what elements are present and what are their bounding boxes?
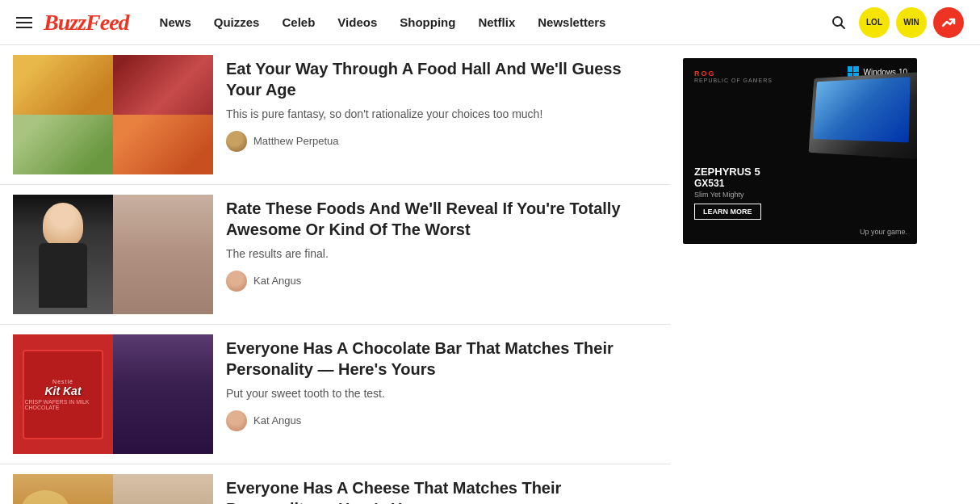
nav-item-celeb[interactable]: Celeb [270,15,326,29]
article-title-food-hall[interactable]: Eat Your Way Through A Food Hall And We'… [226,58,644,100]
kitkat-nestle-text: Nestlé [52,379,73,384]
ad-attribution: Up your game. [860,228,907,236]
nav-item-shopping[interactable]: Shopping [388,15,467,29]
learn-more-button[interactable]: LEARN MORE [694,204,761,220]
trending-badge[interactable] [933,7,964,38]
author-name-rate-foods[interactable]: Kat Angus [253,275,301,287]
author-name-food-hall[interactable]: Matthew Perpetua [253,135,339,147]
rog-full-name: REPUBLIC OF GAMERS [694,78,773,83]
content-area: Eat Your Way Through A Food Hall And We'… [0,45,670,504]
hamburger-menu[interactable] [16,17,32,28]
model-tagline: Slim Yet Mighty [694,191,760,199]
model-number: GX531 [694,178,760,189]
advertisement[interactable]: Windows 10 ROG REPUBLIC OF GAMERS ZEPHYR… [683,58,917,244]
article-card-cheese[interactable]: Everyone Has A Cheese That Matches Their… [0,464,670,504]
laptop-screen [813,77,911,142]
rate-image-left [13,195,113,314]
food-image-3 [13,115,113,174]
article-content-chocolate: Everyone Has A Chocolate Bar That Matche… [213,334,657,454]
author-avatar-matthew [226,131,247,152]
header-right: LOL WIN [825,7,964,38]
kitkat-wafer-text: CRISP WAFERS IN MILK CHOCOLATE [24,399,101,410]
lol-badge[interactable]: LOL [859,7,890,38]
kitkat-logo-text: Kit Kat [44,384,81,397]
cheese-blob-1 [21,490,69,504]
main-nav: News Quizzes Celeb Videos Shopping Netfl… [149,15,618,29]
nav-item-news[interactable]: News [149,15,203,29]
laptop-graphic [804,74,917,179]
rog-logo-text: ROG [694,69,773,78]
article-desc-chocolate: Put your sweet tooth to the test. [226,386,644,402]
food-image-2 [113,55,213,115]
author-name-chocolate[interactable]: Kat Angus [253,414,301,426]
article-image-rate-foods [13,195,213,314]
win-badge[interactable]: WIN [896,7,927,38]
author-row-rate-foods: Kat Angus [226,271,644,292]
article-content-rate-foods: Rate These Foods And We'll Reveal If You… [213,195,657,314]
kitkat-person-image [113,334,213,454]
svg-line-1 [841,24,845,28]
article-content-food-hall: Eat Your Way Through A Food Hall And We'… [213,55,657,174]
cheese-image-left [13,474,113,504]
article-card-food-hall[interactable]: Eat Your Way Through A Food Hall And We'… [0,45,670,185]
sidebar: Windows 10 ROG REPUBLIC OF GAMERS ZEPHYR… [670,45,980,504]
article-image-chocolate: Nestlé Kit Kat CRISP WAFERS IN MILK CHOC… [13,334,213,454]
nav-item-videos[interactable]: Videos [326,15,388,29]
rate-image-right [113,195,213,314]
article-content-cheese: Everyone Has A Cheese That Matches Their… [213,474,657,504]
nav-item-netflix[interactable]: Netflix [467,15,526,29]
article-image-cheese [13,474,213,504]
article-card-chocolate[interactable]: Nestlé Kit Kat CRISP WAFERS IN MILK CHOC… [0,325,670,464]
food-image-4 [113,115,213,174]
author-row-chocolate: Kat Angus [226,410,644,431]
article-desc-rate-foods: The results are final. [226,246,644,262]
article-title-cheese[interactable]: Everyone Has A Cheese That Matches Their… [226,477,644,504]
author-avatar-kat-2 [226,410,247,431]
cheese-image-right [113,474,213,504]
article-card-rate-foods[interactable]: Rate These Foods And We'll Reveal If You… [0,185,670,325]
rog-branding: ROG REPUBLIC OF GAMERS [694,69,773,83]
model-name: ZEPHYRUS 5 [694,166,760,178]
buzzfeed-logo[interactable]: BuzzFeed [44,10,129,36]
article-title-chocolate[interactable]: Everyone Has A Chocolate Bar That Matche… [226,338,644,380]
food-image-1 [13,55,113,115]
author-row-food-hall: Matthew Perpetua [226,131,644,152]
kitkat-bar-inner: Nestlé Kit Kat CRISP WAFERS IN MILK CHOC… [23,350,103,439]
article-image-food-hall [13,55,213,174]
article-desc-food-hall: This is pure fantasy, so don't rationali… [226,107,644,123]
article-title-rate-foods[interactable]: Rate These Foods And We'll Reveal If You… [226,198,644,240]
search-button[interactable] [825,9,852,36]
model-info: ZEPHYRUS 5 GX531 Slim Yet Mighty [694,166,760,199]
author-avatar-kat-1 [226,271,247,292]
laptop-body [809,72,917,159]
main-container: Eat Your Way Through A Food Hall And We'… [0,45,980,504]
kitkat-image: Nestlé Kit Kat CRISP WAFERS IN MILK CHOC… [13,334,113,454]
nav-item-quizzes[interactable]: Quizzes [203,15,271,29]
nav-item-newsletters[interactable]: Newsletters [526,15,617,29]
header: BuzzFeed News Quizzes Celeb Videos Shopp… [0,0,980,45]
